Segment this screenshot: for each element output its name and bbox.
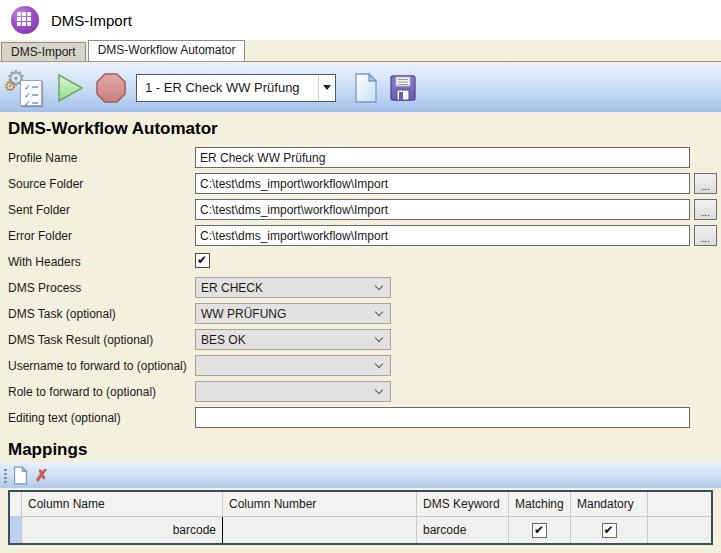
- with-headers-checkbox[interactable]: [195, 253, 210, 268]
- source-folder-label: Source Folder: [8, 177, 83, 191]
- role-forward-dropdown[interactable]: [195, 381, 391, 402]
- row-selector-header: [10, 492, 22, 516]
- tab-strip: DMS-Import DMS-Workflow Automator: [0, 40, 721, 62]
- form-row-dms-process: DMS Process ER CHECK: [0, 277, 721, 303]
- chevron-down-icon: [375, 334, 383, 342]
- column-header-matching[interactable]: Matching: [509, 492, 571, 516]
- play-icon[interactable]: [52, 71, 86, 105]
- dms-process-label: DMS Process: [8, 281, 81, 295]
- cell-mandatory: [571, 517, 648, 543]
- sent-folder-browse-button[interactable]: ...: [694, 199, 717, 220]
- dms-task-result-label: DMS Task Result (optional): [8, 333, 153, 347]
- chevron-down-icon: [375, 282, 383, 290]
- form-row-dms-task-result: DMS Task Result (optional) BES OK: [0, 329, 721, 355]
- profile-selector-value: 1 - ER Check WW Prüfung: [137, 80, 318, 95]
- title-bar: DMS-Import: [0, 0, 721, 40]
- column-header-dms-keyword[interactable]: DMS Keyword: [417, 492, 509, 516]
- form-row-error-folder: Error Folder ...: [0, 225, 721, 251]
- combobox-dropdown-button[interactable]: [318, 75, 335, 101]
- form-row-role-forward: Role to forward to (optional): [0, 381, 721, 407]
- cell-dms-keyword[interactable]: barcode: [417, 517, 509, 543]
- cell-matching: [509, 517, 571, 543]
- dms-task-result-dropdown[interactable]: BES OK: [195, 329, 391, 350]
- gear-icon: ⚙: [4, 78, 17, 94]
- toolbar-grip-handle[interactable]: [4, 469, 7, 483]
- chevron-down-icon: [375, 360, 383, 368]
- window-title: DMS-Import: [51, 12, 132, 29]
- dms-import-window: DMS-Import DMS-Import DMS-Workflow Autom…: [0, 0, 721, 553]
- tab-dms-workflow-automator[interactable]: DMS-Workflow Automator: [88, 40, 246, 61]
- main-toolbar: ⚙ ⚙ ✓ ✓ ✓ 1 - ER Check WW Prüfung: [0, 63, 721, 112]
- editing-text-input[interactable]: [195, 407, 690, 428]
- sent-folder-input[interactable]: [195, 199, 690, 220]
- mandatory-checkbox[interactable]: [602, 523, 617, 538]
- chevron-down-icon: [375, 308, 383, 316]
- profile-name-input[interactable]: [195, 147, 690, 168]
- table-row: barcode barcode: [10, 516, 711, 543]
- chevron-down-icon: [323, 85, 331, 90]
- app-logo-icon: [11, 6, 39, 34]
- chevron-down-icon: [375, 386, 383, 394]
- mappings-title: Mappings: [8, 440, 87, 460]
- dms-task-label: DMS Task (optional): [8, 307, 116, 321]
- error-folder-input[interactable]: [195, 225, 690, 246]
- profile-selector-combobox[interactable]: 1 - ER Check WW Prüfung: [136, 74, 336, 102]
- matching-checkbox[interactable]: [532, 523, 547, 538]
- mappings-toolbar: ✗: [0, 462, 721, 488]
- form-row-sent-folder: Sent Folder ...: [0, 199, 721, 225]
- column-header-mandatory[interactable]: Mandatory: [571, 492, 648, 516]
- username-forward-label: Username to forward to (optional): [8, 359, 187, 373]
- error-folder-browse-button[interactable]: ...: [694, 225, 717, 246]
- cell-column-name[interactable]: barcode: [22, 517, 223, 543]
- tab-dms-import[interactable]: DMS-Import: [1, 42, 86, 61]
- form-row-username-forward: Username to forward to (optional): [0, 355, 721, 381]
- form-row-source-folder: Source Folder ...: [0, 173, 721, 199]
- page-title: DMS-Workflow Automator: [8, 119, 218, 139]
- form-row-profile-name: Profile Name: [0, 147, 721, 173]
- error-folder-label: Error Folder: [8, 229, 72, 243]
- mappings-table-header: Column Name Column Number DMS Keyword Ma…: [10, 492, 711, 516]
- mappings-table: Column Name Column Number DMS Keyword Ma…: [8, 490, 713, 545]
- form-row-dms-task: DMS Task (optional) WW PRÜFUNG: [0, 303, 721, 329]
- source-folder-browse-button[interactable]: ...: [694, 173, 717, 194]
- form-row-with-headers: With Headers: [0, 251, 721, 277]
- profile-name-label: Profile Name: [8, 151, 77, 165]
- with-headers-label: With Headers: [8, 255, 81, 269]
- column-header-filler: [648, 492, 711, 516]
- new-profile-icon[interactable]: [352, 72, 380, 104]
- role-forward-label: Role to forward to (optional): [8, 385, 156, 399]
- cell-filler: [648, 517, 711, 543]
- run-config-icon[interactable]: ⚙ ⚙ ✓ ✓ ✓: [8, 70, 44, 106]
- dms-process-dropdown[interactable]: ER CHECK: [195, 277, 391, 298]
- save-icon[interactable]: [388, 73, 418, 103]
- row-selector[interactable]: [10, 517, 22, 543]
- delete-mapping-icon[interactable]: ✗: [35, 466, 48, 485]
- checklist-icon: ✓ ✓ ✓: [20, 80, 42, 106]
- new-mapping-icon[interactable]: [12, 466, 29, 485]
- sent-folder-label: Sent Folder: [8, 203, 70, 217]
- stop-icon[interactable]: [94, 71, 128, 105]
- column-header-column-number[interactable]: Column Number: [223, 492, 417, 516]
- username-forward-dropdown[interactable]: [195, 355, 391, 376]
- editing-text-label: Editing text (optional): [8, 411, 121, 425]
- form-row-editing-text: Editing text (optional): [0, 407, 721, 433]
- column-header-column-name[interactable]: Column Name: [22, 492, 223, 516]
- source-folder-input[interactable]: [195, 173, 690, 194]
- cell-column-number[interactable]: [223, 517, 417, 543]
- dms-task-dropdown[interactable]: WW PRÜFUNG: [195, 303, 391, 324]
